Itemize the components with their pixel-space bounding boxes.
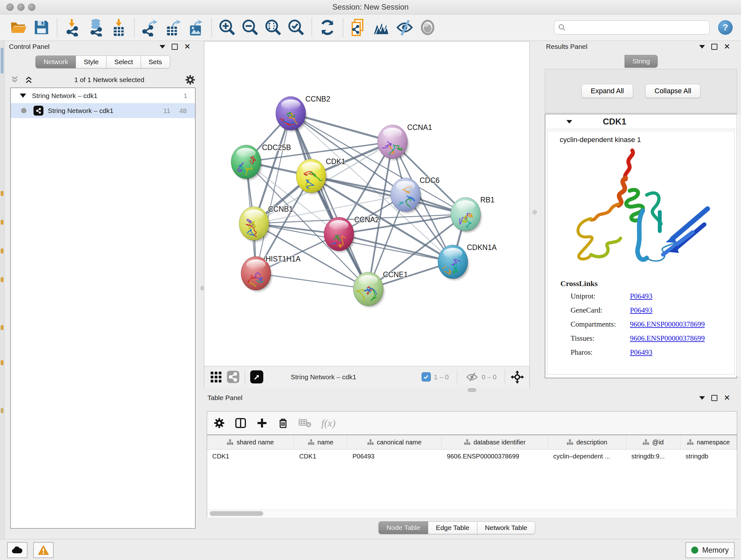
network-node-hist1h1a[interactable]: HIST1H1A	[241, 255, 301, 293]
network-node-cdkn1a[interactable]: CDKN1A	[438, 243, 497, 280]
table-cell[interactable]: CDK1	[207, 449, 294, 463]
column-header-description[interactable]: description	[548, 435, 626, 449]
panel-collapse-icon[interactable]	[699, 45, 705, 49]
expand-all-icon[interactable]	[24, 76, 34, 84]
search-bar[interactable]	[554, 20, 710, 35]
memory-button[interactable]: Memory	[685, 542, 735, 558]
open-session-button[interactable]	[9, 18, 28, 37]
tab-network[interactable]: Network	[36, 56, 76, 68]
delete-column-icon[interactable]	[277, 417, 289, 429]
table-cell[interactable]: 9606.ENSP00000378699	[442, 449, 548, 463]
network-node-ccne1[interactable]: CCNE1	[353, 270, 408, 307]
table-settings-gear-icon[interactable]	[213, 417, 225, 429]
apply-layout-button[interactable]	[318, 18, 337, 37]
select-columns-icon[interactable]	[234, 417, 247, 429]
panel-collapse-icon[interactable]	[159, 45, 165, 49]
tree-expand-icon[interactable]	[20, 94, 26, 98]
add-column-icon[interactable]	[256, 417, 268, 429]
panel-close-icon[interactable]: ✕	[724, 395, 730, 400]
expand-all-button[interactable]: Expand All	[582, 84, 633, 98]
crosslink-link[interactable]: 9606.ENSP00000378699	[630, 334, 705, 343]
tab-string[interactable]: String	[624, 55, 658, 68]
network-node-ccna1[interactable]: CCNA1	[378, 123, 432, 160]
crosslink-link[interactable]: P06493	[630, 348, 652, 357]
tab-sets[interactable]: Sets	[141, 56, 170, 68]
search-input[interactable]	[566, 23, 705, 32]
table-cell[interactable]: cyclin–dependent ...	[548, 449, 626, 463]
export-table-button[interactable]	[163, 18, 183, 37]
table-cell[interactable]: P06493	[347, 449, 442, 463]
import-network-file-button[interactable]	[63, 18, 82, 37]
network-node-cdk1[interactable]: CDK1	[296, 158, 345, 194]
show-all-button[interactable]	[418, 18, 437, 37]
network-node-rb1[interactable]: RB1	[451, 196, 495, 233]
network-edge[interactable]	[291, 113, 368, 289]
network-collection-row[interactable]: String Network – cdk1 1	[11, 88, 195, 103]
table-row[interactable]: CDK1CDK1P064939606.ENSP00000378699cyclin…	[207, 449, 737, 463]
zoom-fit-button[interactable]	[264, 18, 283, 37]
crosslink-link[interactable]: 9606.ENSP00000378699	[630, 320, 705, 328]
zoom-selected-icon	[287, 18, 305, 37]
panel-float-icon[interactable]	[711, 44, 718, 50]
panel-float-icon[interactable]	[172, 44, 178, 50]
pan-mode-icon[interactable]	[510, 370, 524, 384]
crosslink-link[interactable]: P06493	[630, 306, 652, 314]
zoom-selected-button[interactable]	[286, 18, 306, 37]
crosslink-link[interactable]: P06493	[630, 292, 652, 300]
column-header-database-identifier[interactable]: database identifier	[442, 435, 548, 449]
column-header-shared-name[interactable]: shared name	[207, 435, 294, 449]
selected-checkbox-icon[interactable]	[421, 372, 431, 381]
tab-network-table[interactable]: Network Table	[477, 521, 536, 534]
tab-select[interactable]: Select	[106, 56, 141, 68]
scrollbar-thumb[interactable]	[210, 511, 263, 516]
export-network-button[interactable]	[140, 18, 159, 37]
import-table-button[interactable]	[109, 18, 128, 37]
panel-close-icon[interactable]: ✕	[184, 44, 191, 49]
table-horizontal-scrollbar[interactable]	[207, 509, 737, 517]
first-neighbors-button[interactable]	[372, 18, 391, 37]
hide-selection-button[interactable]	[395, 18, 414, 37]
grid-view-icon[interactable]	[210, 371, 222, 383]
section-expand-icon[interactable]	[566, 120, 572, 124]
crosslink-row: Pharos:P06493	[548, 346, 734, 360]
network-node-ccnb2[interactable]: CCNB2	[276, 95, 330, 132]
import-network-database-button[interactable]	[86, 18, 105, 37]
detach-view-button[interactable]	[250, 370, 263, 383]
panel-float-icon[interactable]	[711, 395, 718, 401]
table-cell[interactable]: stringdb:9...	[626, 449, 680, 463]
network-list-view-icon[interactable]	[226, 370, 240, 383]
network-canvas[interactable]: CCNB2CCNA1CDC25BCDK1CDC6RB1CCNB1CCNA2CDK…	[204, 42, 529, 366]
warnings-button[interactable]	[33, 542, 54, 558]
network-edge[interactable]	[256, 273, 368, 289]
save-session-button[interactable]	[32, 18, 51, 37]
new-network-from-selection-button[interactable]	[349, 18, 368, 37]
tab-edge-table[interactable]: Edge Table	[428, 521, 477, 534]
gear-icon[interactable]	[185, 74, 196, 85]
column-header-@id[interactable]: @id	[626, 435, 680, 449]
collapse-all-button[interactable]: Collapse All	[645, 84, 700, 98]
tab-node-table[interactable]: Node Table	[379, 521, 428, 534]
tab-style[interactable]: Style	[76, 56, 107, 68]
column-header-name[interactable]: name	[294, 435, 347, 449]
network-node-cdc25b[interactable]: CDC25B	[231, 143, 291, 180]
help-button[interactable]: ?	[718, 20, 733, 35]
table-cell[interactable]: CDK1	[294, 449, 347, 463]
collapse-all-icon[interactable]	[10, 76, 20, 84]
zoom-in-button[interactable]	[218, 18, 237, 37]
network-row-selected[interactable]: String Network – cdk1 11 48	[11, 103, 195, 118]
panel-close-icon[interactable]: ✕	[724, 44, 730, 49]
export-image-button[interactable]	[186, 18, 205, 37]
cloud-status-button[interactable]	[7, 542, 27, 558]
protein-card-header[interactable]: CDK1	[545, 114, 737, 129]
results-scrollbar[interactable]	[736, 114, 740, 376]
network-node-ccna2[interactable]: CCNA2	[324, 215, 379, 252]
right-splitter-grip[interactable]	[533, 210, 537, 214]
panel-collapse-icon[interactable]	[699, 396, 705, 400]
zoom-out-button[interactable]	[241, 18, 260, 37]
network-edge[interactable]	[256, 113, 291, 273]
table-cell[interactable]: stringdb	[680, 449, 737, 463]
splitter-grip[interactable]	[468, 388, 476, 392]
column-header-canonical-name[interactable]: canonical name	[347, 435, 442, 449]
horizontal-splitter[interactable]	[203, 388, 741, 392]
column-header-namespace[interactable]: namespace	[680, 435, 737, 449]
